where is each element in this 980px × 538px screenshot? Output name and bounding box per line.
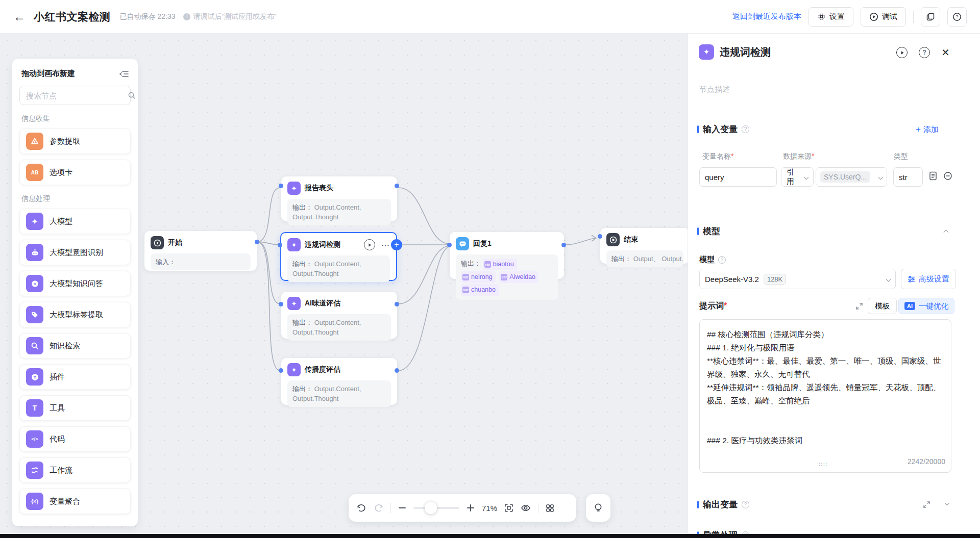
run-node-icon[interactable] — [364, 239, 375, 250]
expand-output-icon[interactable] — [923, 501, 930, 508]
add-variable-button[interactable]: + 添加 — [916, 124, 939, 135]
sidebar-item-knowledge-search[interactable]: 知识检索 — [19, 333, 131, 358]
node-reply[interactable]: 回复1 输出： varbiaotou varneirong varAiweida… — [450, 232, 564, 279]
end-input-port[interactable] — [598, 234, 602, 239]
sidebar-item-code[interactable]: </> 代码 — [19, 426, 131, 452]
advanced-settings-button[interactable]: 高级设置 — [901, 269, 956, 289]
variable-chip[interactable]: varAiweidao — [499, 271, 538, 283]
sidebar-item-intent-detect[interactable]: 大模型意图识别 — [19, 240, 131, 265]
panel-node-icon: ✦ — [699, 44, 714, 60]
search-input[interactable] — [26, 91, 128, 100]
violation-input-port[interactable] — [278, 243, 282, 247]
variable-chip[interactable]: varneirong — [461, 271, 496, 283]
knowledge-qa-icon: ✦ — [26, 275, 43, 292]
node-ai-flavor[interactable]: ✦ AI味道评估 输出： Output.Content, Output.Thou… — [281, 292, 397, 339]
help-icon[interactable]: ? — [742, 125, 749, 133]
template-button[interactable]: 模板 — [868, 298, 897, 314]
report-header-input-port[interactable] — [279, 184, 283, 188]
spread-eval-output-port[interactable] — [395, 368, 399, 373]
help-icon[interactable]: ? — [742, 501, 749, 508]
node-description-input[interactable]: 节点描述 — [699, 85, 730, 94]
input-vars-title: 输入变量 — [703, 123, 738, 135]
debug-hint: i 请调试后“测试应用或发布” — [183, 12, 276, 21]
redo-icon[interactable] — [374, 504, 383, 513]
page-title: 小红书文案检测 — [34, 10, 111, 24]
sidebar-item-llm[interactable]: ✦ 大模型 — [19, 209, 131, 234]
violation-add-port[interactable]: + — [391, 239, 402, 250]
variable-chip[interactable]: varbiaotou — [483, 259, 517, 270]
back-to-published-link[interactable]: 返回到最近发布版本 — [732, 12, 801, 21]
collapse-output-icon[interactable] — [945, 501, 950, 506]
sidebar-item-param-extract[interactable]: 参数提取 — [19, 129, 131, 154]
report-header-output-port[interactable] — [395, 184, 399, 188]
source-mode-select[interactable]: 引用 — [781, 167, 814, 187]
ai-optimize-button[interactable]: AI 一键优化 — [898, 298, 954, 314]
section-bar — [697, 501, 699, 508]
variable-chip[interactable]: varchuanbo — [461, 284, 499, 296]
ai-flavor-output-port[interactable] — [395, 302, 399, 306]
help-button[interactable]: ? — [947, 7, 967, 27]
node-help-icon[interactable]: ? — [919, 47, 930, 58]
panel-title: 违规词检测 — [720, 45, 771, 59]
reply-output-port[interactable] — [561, 243, 566, 247]
zoom-slider-knob[interactable] — [425, 502, 437, 514]
help-icon[interactable]: ? — [718, 256, 726, 264]
run-node-icon[interactable] — [896, 47, 908, 58]
sidebar-item-plugin[interactable]: 插件 — [19, 364, 131, 390]
end-node-icon — [606, 233, 620, 246]
node-violation-check[interactable]: ✦ 违规词检测 ⋯ 输出： Output.Content, Output.Tho… — [280, 232, 397, 281]
zoom-in-icon[interactable] — [467, 504, 475, 512]
start-output-port[interactable] — [255, 240, 259, 244]
sidebar-item-workflow[interactable]: 工作流 — [19, 457, 131, 483]
col-header-type: 类型 — [894, 152, 908, 161]
node-end[interactable]: 结束 输出： Output、 Output.jiegu — [600, 228, 690, 264]
sidebar-item-knowledge-qa[interactable]: ✦ 大模型知识问答 — [19, 271, 131, 296]
reply-input-port[interactable] — [447, 243, 452, 247]
section-bar — [697, 125, 699, 133]
variable-detail-icon[interactable] — [929, 171, 937, 181]
back-icon[interactable]: ← — [13, 10, 26, 24]
svg-text:✦: ✦ — [33, 281, 37, 287]
spread-eval-input-port[interactable] — [279, 368, 283, 373]
variable-name-input[interactable]: query — [699, 167, 777, 187]
preview-eye-icon[interactable] — [521, 504, 531, 512]
type-field: str — [893, 167, 923, 187]
section-bar — [697, 227, 699, 235]
resize-handle[interactable]: ∷∷ — [819, 461, 828, 468]
model-select[interactable]: DeepSeek-V3.2 128K — [699, 269, 896, 289]
zoom-slider[interactable] — [413, 507, 459, 509]
divider — [538, 503, 538, 513]
copy-button[interactable] — [921, 7, 940, 27]
variable-merge-icon: {×} — [26, 493, 43, 510]
canvas-toolbar: 71% — [349, 494, 576, 522]
settings-button[interactable]: 设置 — [808, 7, 853, 27]
zoom-percentage[interactable]: 71% — [482, 504, 497, 513]
collapse-sidebar-icon[interactable] — [119, 70, 129, 78]
undo-icon[interactable] — [357, 504, 366, 513]
output-vars-title: 输出变量 — [703, 499, 738, 510]
node-report-header[interactable]: ✦ 报告表头 输出： Output.Content, Output.Though… — [281, 176, 397, 221]
node-start[interactable]: 开始 输入： — [144, 231, 257, 271]
sidebar-item-tag-extract[interactable]: 大模型标签提取 — [19, 302, 131, 327]
prompt-editor[interactable]: ## 核心检测范围（违规词库分类） ### 1. 绝对化与极限用语 **核心违禁… — [699, 319, 951, 473]
remove-variable-icon[interactable] — [943, 171, 952, 181]
zoom-out-icon[interactable] — [398, 504, 406, 512]
node-spread-eval[interactable]: ✦ 传播度评估 输出： Output.Content, Output.Thoug… — [281, 358, 397, 405]
plus-icon: + — [916, 124, 921, 135]
reply-chat-icon — [456, 237, 469, 250]
collapse-model-icon[interactable] — [944, 230, 949, 235]
expand-prompt-icon[interactable] — [855, 302, 863, 310]
search-node-box — [19, 86, 131, 105]
close-panel-icon[interactable]: ✕ — [941, 46, 950, 59]
sidebar-item-variable-merge[interactable]: {×} 变量聚合 — [19, 489, 131, 514]
sidebar-item-tool[interactable]: T 工具 — [19, 395, 131, 421]
ai-flavor-input-port[interactable] — [279, 302, 283, 306]
tips-button[interactable] — [586, 494, 610, 522]
more-menu-icon[interactable]: ⋯ — [381, 240, 390, 250]
sidebar-item-option-card[interactable]: AB 选项卡 — [19, 160, 131, 185]
grid-layout-icon[interactable] — [546, 504, 554, 513]
screen-edge-strip — [0, 534, 980, 538]
fit-view-icon[interactable] — [504, 503, 513, 513]
source-value-select[interactable]: SYS.UserQ... — [816, 167, 887, 187]
debug-button[interactable]: 调试 — [861, 7, 906, 27]
